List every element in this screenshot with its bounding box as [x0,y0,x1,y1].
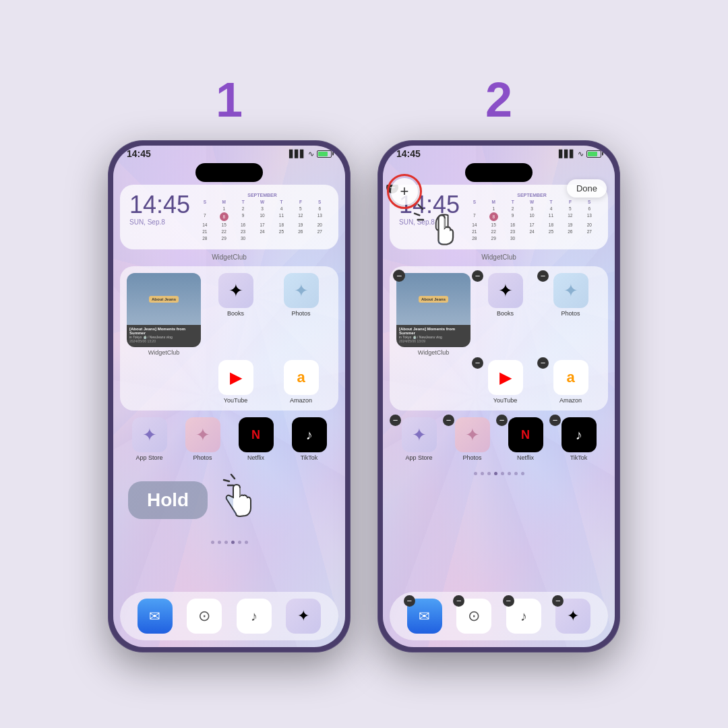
youtube-label-1: YouTube [224,397,247,404]
dynamic-island-2 [465,163,533,182]
step-2: 2 14:45 ▋▋▋ ∿ [377,75,620,653]
photos2-icon-2[interactable]: − ✦ Photos [446,417,499,461]
amazon-label-1: Amazon [290,397,312,404]
thumb-widget-1: About Jeans [About Jeans] Moments from S… [127,273,201,347]
youtube-icon-2[interactable]: − ▶ YouTube [475,360,536,404]
dot2-6 [508,472,511,475]
time-1: 14:45 [127,148,151,159]
dot-3 [224,541,228,544]
dot-2 [218,541,221,544]
dot-6 [245,541,248,544]
appstore-icon-1[interactable]: ✦ App Store [123,417,176,461]
svg-line-5 [415,214,420,216]
thumb-widget-label-1: WidgetClub [148,349,180,356]
svg-line-4 [419,205,423,210]
status-icons-1: ▋▋▋ ∿ [289,150,332,158]
iphone-2-screen: 14:45 ▋▋▋ ∿ + [383,146,615,647]
clock-time-1: 14:45 [129,193,190,217]
dot2-1 [474,472,477,475]
star-dock-2[interactable]: − ✦ [555,599,590,634]
dot2-5 [501,472,504,475]
youtube-icon-1[interactable]: ▶ YouTube [205,360,266,404]
step-2-number: 2 [485,75,512,124]
music-dock-icon-1[interactable]: ♪ [237,599,272,634]
photos-icon-2[interactable]: − ✦ Photos [540,273,601,356]
hold-text: Hold [147,489,189,511]
dot2-2 [481,472,484,475]
photos2-icon-1[interactable]: ✦ Photos [176,417,229,461]
status-bar-1: 14:45 ▋▋▋ ∿ [113,146,345,159]
thumb-widget-2: About Jeans [About Jeans] Moments from S… [396,273,471,347]
mini-calendar-1: SEPTEMBER SMTWTFS 123456 78910111213 141… [195,193,329,241]
books-icon-2[interactable]: − ✦ Books [475,273,536,356]
safari-dock-icon-1[interactable]: ⊙ [187,599,222,634]
mail-dock-icon-1[interactable]: ✉ [138,599,173,634]
netflix-icon-2[interactable]: − N Netflix [499,417,552,461]
photos2-label-1: Photos [193,454,212,461]
iphone-2-frame: 14:45 ▋▋▋ ∿ + [377,140,620,653]
music-dock-2[interactable]: − ♪ [506,599,541,634]
hand-cursor-1 [214,473,268,527]
status-icons-2: ▋▋▋ ∿ [559,150,601,158]
amazon-icon-2[interactable]: − a Amazon [540,360,601,404]
dot2-4 [494,472,497,475]
star-dock-icon-1[interactable]: ✦ [286,599,321,634]
dot-1 [211,541,214,544]
page-dots-2 [390,468,608,479]
dock-1: ✉ ⊙ ♪ ✦ [120,592,338,640]
amazon-icon-1[interactable]: a Amazon [270,360,332,404]
signal-icon: ▋▋▋ [289,150,305,158]
svg-line-1 [224,480,229,481]
widget-label-2a: WidgetClub [390,253,608,261]
dynamic-island-1 [195,163,263,182]
iphone-1-frame: 14:45 ▋▋▋ ∿ [108,140,351,653]
dot2-3 [487,472,491,475]
iphone-1-screen: 14:45 ▋▋▋ ∿ [113,146,345,647]
svg-line-0 [231,475,235,479]
page-dots-1 [120,537,338,548]
mini-calendar-2: SEPTEMBER SMTWTFS 123456 78910111213 141… [465,193,599,241]
books-icon-1[interactable]: ✦ Books [205,273,266,356]
dot2-7 [514,472,518,475]
done-button[interactable]: Done [567,179,607,198]
netflix-label-1: Netflix [247,454,264,461]
standalone-apps-2: − ✦ App Store − ✦ [390,415,608,464]
dot-5 [238,541,241,544]
dock-2: − ✉ − ⊙ − ♪ − ✦ [390,592,608,640]
photos-icon-1[interactable]: ✦ Photos [270,273,332,356]
books-label-1: Books [227,310,244,317]
hold-button: Hold [128,481,208,519]
tiktok-icon-1[interactable]: ♪ TikTok [282,417,336,461]
safari-dock-2[interactable]: − ⊙ [456,599,491,634]
thumb-widget-label-2: WidgetClub [418,349,450,356]
status-bar-2: 14:45 ▋▋▋ ∿ [383,146,615,159]
appstore-icon-2[interactable]: − ✦ App Store [392,417,446,461]
clock-calendar-widget-1: 14:45 SUN, Sep.8 SEPTEMBER SMTWTFS 12345… [120,185,338,249]
hold-section: Hold [120,468,338,533]
tiktok-label-1: TikTok [301,454,318,461]
dot-4 [231,541,235,544]
mail-dock-2[interactable]: − ✉ [407,599,442,634]
widget-label-1a: WidgetClub [120,253,338,261]
photos-label-1: Photos [291,310,310,317]
wifi-icon: ∿ [308,150,314,158]
standalone-apps-1: ✦ App Store ✦ Photos [120,415,338,464]
step-1-number: 1 [216,75,243,124]
battery-icon [317,150,332,158]
app-grid-2: − About Jeans [About Jeans [390,266,608,411]
clock-date-1: SUN, Sep.8 [129,218,190,226]
dot2-8 [521,472,524,475]
appstore-label-1: App Store [135,454,162,461]
thumb-minus-badge-2[interactable]: − [393,270,405,282]
step-1: 1 14:45 ▋▋▋ ∿ [108,75,351,653]
time-2: 14:45 [396,148,421,159]
app-grid-1: About Jeans [About Jeans] Moments from S… [120,266,338,411]
main-container: 1 14:45 ▋▋▋ ∿ [81,49,647,679]
tiktok-icon-2[interactable]: − ♪ TikTok [552,417,605,461]
hand-cursor-2 [413,200,464,250]
netflix-icon-1[interactable]: N Netflix [229,417,282,461]
